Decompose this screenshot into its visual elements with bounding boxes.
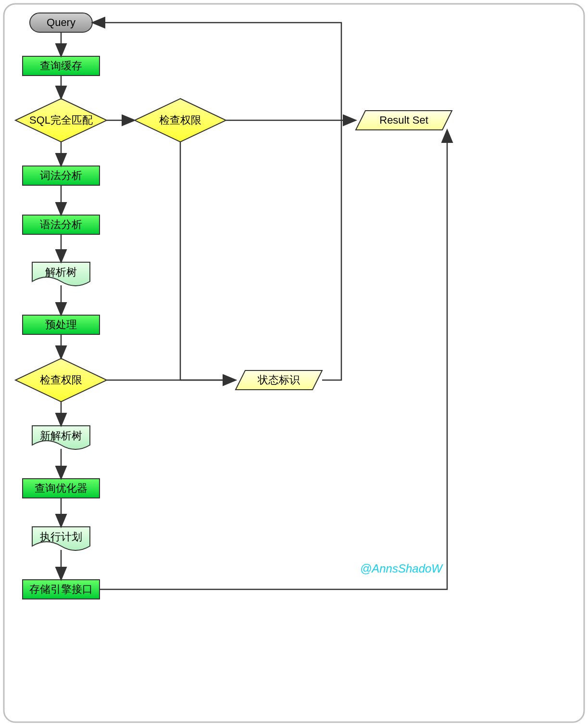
- node-storage-label: 存储引擎接口: [29, 583, 93, 595]
- node-optimizer: 查询优化器: [23, 479, 100, 498]
- node-parser-label: 语法分析: [40, 218, 82, 230]
- node-checkperm2-label: 检查权限: [40, 374, 82, 386]
- node-newtree-label: 新解析树: [40, 430, 82, 442]
- node-query-label: Query: [47, 16, 75, 28]
- node-query: Query: [30, 13, 92, 32]
- node-lexer: 词法分析: [23, 166, 100, 185]
- node-execplan-label: 执行计划: [40, 531, 82, 543]
- node-cache: 查询缓存: [23, 56, 100, 76]
- node-resultset-label: Result Set: [379, 114, 428, 126]
- diagram-border: [4, 4, 584, 722]
- node-parsetree-label: 解析树: [45, 266, 77, 278]
- watermark: @AnnsShadoW: [360, 562, 443, 575]
- node-statusflag-label: 状态标识: [257, 374, 300, 386]
- node-cache-label: 查询缓存: [40, 60, 82, 72]
- node-storage: 存储引擎接口: [23, 580, 100, 599]
- node-preprocess: 预处理: [23, 315, 100, 334]
- node-optimizer-label: 查询优化器: [35, 482, 88, 494]
- node-resultset: Result Set: [356, 111, 452, 130]
- node-sqlmatch-label: SQL完全匹配: [29, 114, 93, 126]
- node-lexer-label: 词法分析: [40, 169, 82, 181]
- node-parser: 语法分析: [23, 215, 100, 234]
- node-statusflag: 状态标识: [236, 370, 322, 390]
- node-preprocess-label: 预处理: [45, 318, 77, 331]
- node-checkperm1-label: 检查权限: [159, 114, 201, 126]
- flowchart-diagram: Query 查询缓存 SQL完全匹配 检查权限 Result Set 词法分析 …: [0, 0, 588, 726]
